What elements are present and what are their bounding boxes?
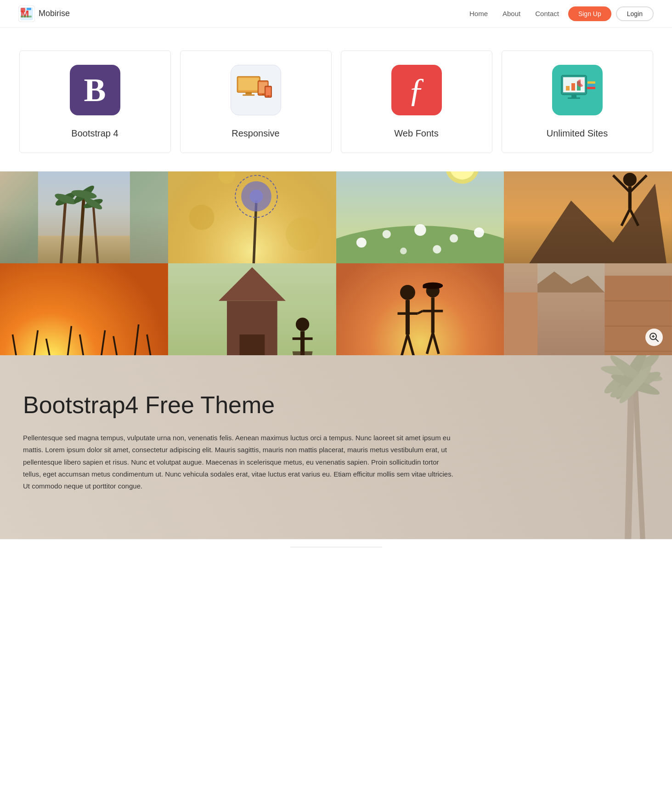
feature-title-webfonts: Web Fonts [394,128,438,139]
svg-point-51 [382,230,390,238]
gallery-cell-5 [0,263,168,355]
nav-about[interactable]: About [503,10,520,17]
gallery-photo-6 [168,263,336,355]
gallery-photo-7 [336,263,504,355]
login-button[interactable]: Login [616,6,654,21]
bottom-divider [290,547,382,547]
signup-button[interactable]: Sign Up [568,6,611,21]
svg-point-38 [83,196,103,211]
gallery-cell-2 [168,171,336,263]
features-section: B Bootstrap 4 [0,28,672,171]
svg-line-30 [61,199,66,263]
content-heading: Bootstrap4 Free Theme [23,392,455,418]
golden-hour [0,263,168,355]
svg-point-46 [286,217,319,251]
svg-point-61 [623,173,637,186]
svg-point-54 [474,227,484,238]
svg-rect-7 [238,78,259,90]
gallery-photo-3 [336,171,504,263]
webfonts-icon: ƒ [391,65,442,115]
palm-silhouette [0,171,168,263]
gallery-cell-8 [504,263,672,355]
content-inner: Bootstrap4 Free Theme Pellentesque sed m… [23,392,455,492]
svg-marker-87 [292,351,312,355]
svg-rect-28 [38,171,130,263]
svg-rect-3 [21,8,25,12]
gallery-photo-4 [504,171,672,263]
svg-rect-25 [588,84,595,86]
svg-rect-4 [27,8,31,10]
svg-point-45 [189,205,214,230]
content-body: Pellentesque sed magna tempus, vulputate… [23,432,455,492]
svg-rect-26 [587,81,595,84]
svg-point-37 [83,197,104,210]
nav-contact[interactable]: Contact [535,10,559,17]
svg-point-15 [267,96,268,97]
gallery-photo-2 [168,171,336,263]
svg-point-35 [72,183,96,205]
navbar: M Mobirise Home About Contact Sign Up Lo… [0,0,672,28]
svg-line-115 [635,385,643,539]
svg-line-111 [656,339,659,342]
svg-point-52 [414,224,426,236]
svg-point-12 [262,94,264,95]
svg-rect-23 [568,97,580,99]
feature-card-webfonts: ƒ Web Fonts [341,51,492,153]
zoom-icon [649,332,659,342]
features-grid: B Bootstrap 4 [19,51,653,153]
unlimited-icon [552,65,603,115]
brand-logo[interactable]: M Mobirise [18,6,70,22]
field-flowers [336,171,504,263]
svg-point-55 [400,248,407,255]
zoom-button[interactable] [645,329,663,346]
feature-title-responsive: Responsive [232,128,280,139]
svg-rect-9 [243,94,254,96]
bottom-bar [0,539,672,555]
svg-rect-14 [265,87,271,95]
svg-point-89 [400,285,415,300]
svg-rect-104 [504,292,537,355]
gallery-cell-7 [336,263,504,355]
svg-rect-18 [566,86,570,91]
svg-rect-5 [21,16,32,17]
gallery-cell-1 [0,171,168,263]
gallery-photo-1 [0,171,168,263]
responsive-icon [231,65,281,115]
svg-point-56 [433,245,441,253]
flower-silhouette [168,171,336,263]
feature-title-unlimited: Unlimited Sites [547,128,608,139]
content-section: Bootstrap4 Free Theme Pellentesque sed m… [0,355,672,539]
svg-point-33 [54,190,77,208]
svg-point-36 [71,188,97,200]
gallery-cell-6 [168,263,336,355]
svg-point-34 [54,192,78,206]
nav-home[interactable]: Home [469,10,488,17]
svg-rect-103 [605,276,672,355]
bootstrap-icon: B [70,65,120,115]
gallery-cell-4 [504,171,672,263]
svg-rect-81 [239,335,265,355]
brand-name: Mobirise [39,9,70,18]
svg-point-82 [296,318,309,331]
svg-rect-8 [245,92,252,95]
svg-point-53 [449,234,457,243]
gallery-section [0,171,672,355]
couple-sunset [336,263,504,355]
unlimited-sites-svg-icon [557,73,598,108]
barn-scene [168,263,336,355]
svg-rect-19 [571,83,575,91]
svg-rect-29 [38,236,130,263]
sunset-silhouette [504,171,672,263]
svg-line-31 [79,194,84,263]
svg-point-50 [356,238,366,248]
svg-line-32 [93,204,98,263]
svg-rect-88 [336,263,504,355]
nav-links: Home About Contact [469,10,559,17]
gallery-cell-3 [336,171,504,263]
mobirise-logo-icon: M [18,6,35,22]
devices-svg-icon [235,74,277,106]
svg-rect-101 [423,286,428,288]
svg-rect-27 [38,171,130,263]
feature-card-unlimited: Unlimited Sites [502,51,653,153]
svg-point-44 [249,190,263,203]
